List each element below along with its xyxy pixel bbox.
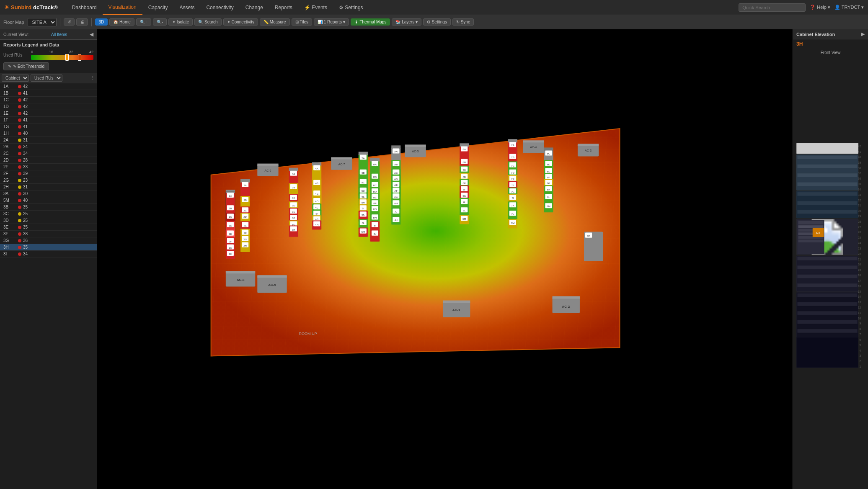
collapse-button[interactable]: ◀ (90, 31, 93, 37)
current-view-value[interactable]: All Items (51, 32, 67, 37)
user-button[interactable]: 👤 TRYDCT ▾ (834, 5, 864, 10)
table-row[interactable]: 3H 35 (0, 244, 97, 251)
nav-settings[interactable]: ⚙ Settings (333, 0, 369, 15)
rack-row-1[interactable]: 1A 1B 1C 1D 1E 1F (226, 190, 235, 259)
help-button[interactable]: ❓ Help ▾ (810, 5, 830, 10)
svg-text:18: 18 (858, 274, 861, 277)
row-dot (18, 206, 21, 209)
measure-button[interactable]: 📏 Measure (260, 18, 290, 26)
table-row[interactable]: 2D 28 (0, 157, 97, 164)
svg-text:7C: 7C (511, 165, 514, 167)
svg-rect-385 (797, 283, 857, 287)
expand-button[interactable]: ▶ (861, 31, 865, 37)
search-input[interactable] (739, 3, 806, 12)
table-row[interactable]: 3D 25 (0, 217, 97, 224)
table-row[interactable]: 2F 39 (0, 170, 97, 177)
svg-text:6A: 6A (463, 148, 466, 151)
3d-button[interactable]: 3D (95, 18, 108, 26)
svg-rect-364 (797, 206, 857, 209)
svg-text:5L: 5L (362, 222, 364, 224)
table-row[interactable]: 3C 25 (0, 211, 97, 217)
rack-row-2[interactable]: 2A 2B 2C 2D 2E 2F (240, 179, 250, 252)
rack-row-aa[interactable]: AA AB AC AD AE AF (391, 145, 400, 224)
sync-button[interactable]: ↻ Sync (452, 18, 474, 26)
svg-rect-357 (797, 178, 857, 182)
table-row[interactable]: 3E 35 (0, 224, 97, 231)
refresh-button[interactable]: ↺ (64, 18, 75, 26)
svg-text:AE: AE (394, 184, 398, 186)
table-row[interactable]: 3G 36 (0, 237, 97, 244)
table-row[interactable]: 5M 40 (0, 197, 97, 204)
svg-text:4D: 4D (315, 200, 318, 203)
nav-assets[interactable]: Assets (173, 0, 200, 15)
reports-button[interactable]: 📊 1 Reports ▾ (314, 18, 349, 26)
rack-row-6[interactable]: 6A 6B 6C 6D 6E 6F (460, 143, 469, 224)
settings-button[interactable]: ⚙ Settings (423, 18, 451, 26)
table-row[interactable]: 1C 42 (0, 97, 97, 103)
nav-capacity[interactable]: Capacity (142, 0, 174, 15)
table-row[interactable]: 1F 41 (0, 117, 97, 124)
table-row[interactable]: 1H 40 (0, 130, 97, 137)
svg-text:3C: 3C (292, 197, 295, 199)
floor-visualization[interactable]: 1A 1B 1C 1D 1E 1F (97, 29, 793, 489)
layers-button[interactable]: 📚 Layers ▾ (392, 18, 421, 26)
rack-row-bb[interactable]: BA BB BC BD BE BF (370, 158, 380, 242)
used-rus-column-select[interactable]: Used RUs (31, 75, 62, 82)
home-button[interactable]: 🏠 Home (109, 18, 134, 26)
svg-text:AJ: AJ (395, 219, 398, 221)
table-row[interactable]: 1E 42 (0, 110, 97, 117)
row-value: 41 (23, 118, 28, 122)
connectivity-button[interactable]: ✦ Connectivity (223, 18, 258, 26)
row-dot (18, 159, 21, 162)
site-selector[interactable]: SITE A (28, 18, 57, 26)
rack-row-5[interactable]: 5A 5B 5C 5D 5E 5H (359, 152, 368, 237)
svg-rect-374 (798, 239, 824, 242)
svg-rect-391 (797, 307, 857, 311)
table-row[interactable]: 2C 34 (0, 150, 97, 157)
table-row[interactable]: 3B 35 (0, 204, 97, 211)
cabinet-column-select[interactable]: Cabinet (2, 75, 29, 82)
rack-row-8[interactable]: 8C 8D 8E 8F 8G 8K (544, 147, 553, 212)
nav-dashboard[interactable]: Dashboard (66, 0, 103, 15)
edit-threshold-button[interactable]: ✎ ✎ Edit Threshold (3, 62, 49, 70)
rack-row-7[interactable]: 7A 7B 7C 7D 7E 7F (508, 139, 517, 228)
svg-text:5I: 5I (362, 207, 364, 210)
nav-events[interactable]: ⚡ Events (298, 0, 333, 15)
zoom-out-button[interactable]: 🔍- (153, 18, 167, 26)
table-row[interactable]: 3A 30 (0, 190, 97, 197)
row-value: 35 (23, 205, 28, 209)
search-button[interactable]: 🔍 Search (194, 18, 221, 26)
print-button[interactable]: 🖨 (76, 18, 88, 26)
table-row[interactable]: 3I 34 (0, 251, 97, 257)
table-row[interactable]: 1A 42 (0, 83, 97, 90)
nav-reports[interactable]: Reports (269, 0, 298, 15)
tiles-button[interactable]: ⊞ Tiles (292, 18, 312, 26)
separator (60, 18, 60, 26)
table-row[interactable]: 3F 38 (0, 231, 97, 237)
zoom-in-button[interactable]: 🔍+ (136, 18, 151, 26)
row-dot (18, 145, 21, 149)
isolate-button[interactable]: ✦ Isolate (168, 18, 193, 26)
table-row[interactable]: 1G 41 (0, 124, 97, 130)
svg-rect-390 (797, 302, 857, 306)
nav-connectivity[interactable]: Connectivity (200, 0, 239, 15)
rack-row-3[interactable]: 3A 3B 3C 3D 3E 3F (289, 168, 298, 237)
table-row[interactable]: 2G 23 (0, 177, 97, 184)
row-dot (18, 199, 21, 202)
cabinet-table-scroll[interactable]: 1A 42 1B 41 1C 42 1D 42 1E 42 1F (0, 83, 97, 489)
nav-change[interactable]: Change (240, 0, 269, 15)
svg-rect-394 (797, 320, 857, 324)
svg-text:2: 2 (860, 360, 861, 363)
table-row[interactable]: 2H 31 (0, 184, 97, 190)
svg-text:36: 36 (858, 177, 861, 180)
table-menu-button[interactable]: ⋮ (90, 75, 95, 81)
svg-text:1F: 1F (229, 240, 232, 243)
table-row[interactable]: 1B 41 (0, 90, 97, 97)
nav-visualization[interactable]: Visualization (103, 0, 142, 15)
table-row[interactable]: 2A 31 (0, 137, 97, 144)
rack-row-4[interactable]: 4A 4B 4C 4D 4E 4F (312, 162, 321, 230)
table-row[interactable]: 2B 34 (0, 144, 97, 150)
table-row[interactable]: 1D 42 (0, 103, 97, 110)
thermal-maps-button[interactable]: 🌡 Thermal Maps (351, 18, 390, 26)
table-row[interactable]: 2E 33 (0, 164, 97, 170)
